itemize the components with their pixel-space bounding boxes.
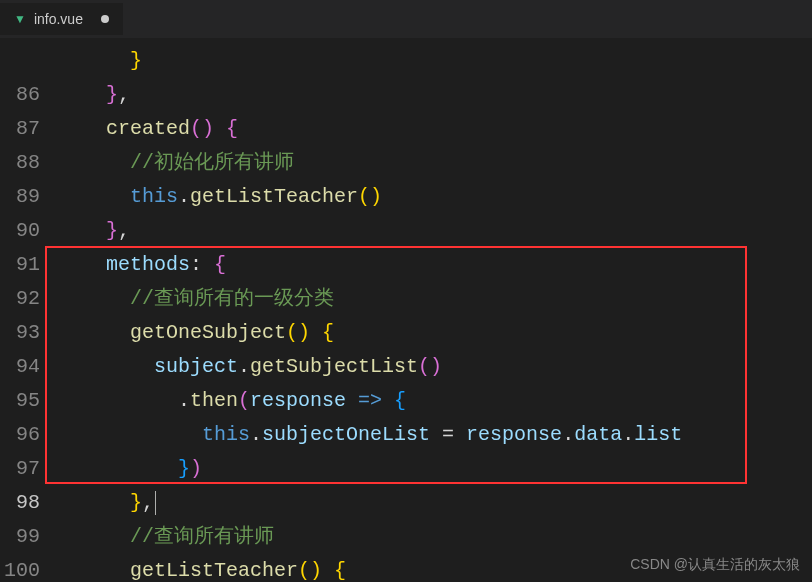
line-number: 100: [0, 554, 40, 582]
code-line: },: [58, 78, 812, 112]
code-line: //查询所有的一级分类: [58, 282, 812, 316]
tab-filename: info.vue: [34, 11, 83, 27]
line-number-gutter: 86 87 88 89 90 91 92 93 94 95 96 97 98 9…: [0, 38, 58, 582]
tab-bar: ▼ info.vue: [0, 0, 812, 38]
line-number: [0, 44, 40, 78]
code-line: },: [58, 486, 812, 520]
line-number: 89: [0, 180, 40, 214]
line-number: 88: [0, 146, 40, 180]
line-number: 95: [0, 384, 40, 418]
code-line: }: [58, 44, 812, 78]
code-line: methods: {: [58, 248, 812, 282]
vue-icon: ▼: [14, 12, 26, 26]
code-line: subject.getSubjectList(): [58, 350, 812, 384]
watermark: CSDN @认真生活的灰太狼: [630, 556, 800, 574]
line-number: 87: [0, 112, 40, 146]
code-line: .then(response => {: [58, 384, 812, 418]
code-line: //初始化所有讲师: [58, 146, 812, 180]
line-number: 98: [0, 486, 40, 520]
line-number: 99: [0, 520, 40, 554]
code-line: getOneSubject() {: [58, 316, 812, 350]
code-line: }): [58, 452, 812, 486]
line-number: 86: [0, 78, 40, 112]
code-line: },: [58, 214, 812, 248]
modified-indicator-icon: [101, 15, 109, 23]
line-number: 94: [0, 350, 40, 384]
code-line: this.subjectOneList = response.data.list: [58, 418, 812, 452]
cursor-icon: [155, 491, 156, 515]
line-number: 93: [0, 316, 40, 350]
line-number: 91: [0, 248, 40, 282]
code-line: this.getListTeacher(): [58, 180, 812, 214]
line-number: 92: [0, 282, 40, 316]
file-tab[interactable]: ▼ info.vue: [0, 3, 123, 35]
line-number: 97: [0, 452, 40, 486]
code-line: created() {: [58, 112, 812, 146]
code-line: //查询所有讲师: [58, 520, 812, 554]
code-editor[interactable]: 86 87 88 89 90 91 92 93 94 95 96 97 98 9…: [0, 38, 812, 582]
line-number: 96: [0, 418, 40, 452]
line-number: 90: [0, 214, 40, 248]
code-area[interactable]: } }, created() { //初始化所有讲师 this.getListT…: [58, 38, 812, 582]
